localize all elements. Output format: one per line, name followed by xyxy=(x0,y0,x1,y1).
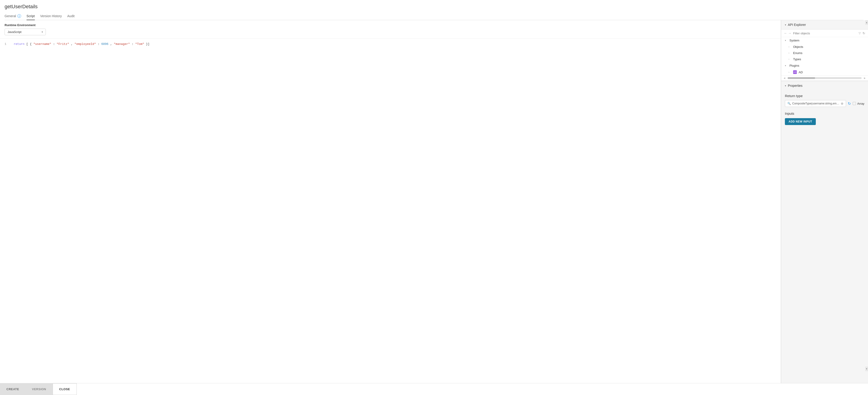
tab-audit[interactable]: Audit xyxy=(67,12,75,20)
properties-label: Properties xyxy=(788,84,803,88)
api-explorer-header[interactable]: ▾ API Explorer xyxy=(781,20,868,29)
collapse-icon: ▾ xyxy=(785,24,786,26)
keyword-return: return xyxy=(14,42,25,46)
enums-expand-icon: › xyxy=(788,52,791,54)
main-content: Runtime Environment JavaScript ▾ 1 retur… xyxy=(0,20,868,383)
properties-header[interactable]: ▾ Properties xyxy=(781,81,868,90)
code-content: return [ { "username" : "Fritz" , "emplo… xyxy=(14,42,150,46)
api-tree[interactable]: ▾ System › Objects › Enums › xyxy=(781,37,868,75)
return-type-label: Return type xyxy=(785,94,864,98)
create-button[interactable]: CREATE xyxy=(0,383,25,395)
tab-script-label: Script xyxy=(27,14,35,18)
tab-version-history-label: Version History xyxy=(40,14,62,18)
clear-icon[interactable]: ⊗ xyxy=(841,102,843,105)
code-brace-open: { xyxy=(30,42,32,46)
system-label: System xyxy=(789,39,799,42)
page-header: getUserDetails General i Script Version … xyxy=(0,0,868,20)
forward-arrow-icon[interactable]: → xyxy=(788,31,791,35)
refresh-icon[interactable]: ↻ xyxy=(863,31,865,35)
code-comma-1: , xyxy=(71,42,75,46)
code-colon-1: : xyxy=(53,42,55,46)
info-icon: i xyxy=(18,14,21,18)
val-6096: 6096 xyxy=(101,42,108,46)
inputs-section: Inputs ADD NEW INPUT xyxy=(785,112,864,125)
key-manager: "manager" xyxy=(114,42,130,46)
page-title: getUserDetails xyxy=(5,4,863,10)
runtime-env-value: JavaScript xyxy=(7,30,40,34)
return-type-value: CompositeType(username:string,employeeId… xyxy=(792,102,839,105)
types-label: Types xyxy=(793,58,801,61)
nav-arrows: ← → xyxy=(784,31,791,35)
tab-bar: General i Script Version History Audit xyxy=(5,12,863,20)
array-checkbox[interactable] xyxy=(852,102,856,105)
return-type-input[interactable]: 🔍 CompositeType(username:string,employee… xyxy=(785,100,846,107)
code-colon-2: : xyxy=(98,42,100,46)
inputs-label: Inputs xyxy=(785,112,864,115)
runtime-env-select[interactable]: JavaScript ▾ xyxy=(5,29,46,35)
add-new-input-button[interactable]: ADD NEW INPUT xyxy=(785,118,816,125)
runtime-env-section: Runtime Environment JavaScript ▾ xyxy=(0,20,781,39)
close-button[interactable]: CLOSE xyxy=(53,383,77,395)
properties-collapse-icon: ▾ xyxy=(785,85,786,87)
tree-item-types[interactable]: › Types xyxy=(781,56,868,62)
tab-script[interactable]: Script xyxy=(27,12,35,20)
ad-plugin-icon: AD xyxy=(793,70,797,74)
scroll-top-button[interactable]: ▲ xyxy=(865,20,868,25)
val-tom: "Tom" xyxy=(135,42,144,46)
enums-label: Enums xyxy=(793,51,802,55)
chevron-down-icon: ▾ xyxy=(42,31,43,33)
code-close: }] xyxy=(146,42,150,46)
code-line-1: 1 return [ { "username" : "Fritz" , "emp… xyxy=(5,42,776,46)
scroll-right-icon[interactable]: ► xyxy=(862,76,868,80)
ad-label: AD xyxy=(799,70,803,74)
tree-plugins-header[interactable]: ▾ Plugins xyxy=(781,62,868,69)
array-checkbox-row: Array xyxy=(852,102,864,105)
key-employeeid: "employeeId" xyxy=(74,42,96,46)
api-explorer-section: ▾ API Explorer ← → ▽ ↻ xyxy=(781,20,868,81)
properties-section: ▾ Properties Return type 🔍 CompositeType… xyxy=(781,81,868,383)
properties-content: Return type 🔍 CompositeType(username:str… xyxy=(781,90,868,129)
bottom-bar: CREATE VERSION CLOSE xyxy=(0,383,868,395)
filter-icon: ▽ xyxy=(859,32,861,35)
code-editor[interactable]: 1 return [ { "username" : "Fritz" , "emp… xyxy=(0,39,781,383)
tab-general[interactable]: General i xyxy=(5,12,21,20)
tab-version-history[interactable]: Version History xyxy=(40,12,62,20)
tab-audit-label: Audit xyxy=(67,14,75,18)
tree-item-ad[interactable]: › AD AD xyxy=(781,69,868,75)
objects-label: Objects xyxy=(793,45,803,49)
code-comma-2: , xyxy=(110,42,112,46)
api-explorer-content: ← → ▽ ↻ ▾ System › xyxy=(781,29,868,81)
horizontal-scrollbar-thumb[interactable] xyxy=(787,77,815,79)
plugins-label: Plugins xyxy=(789,64,799,67)
search-icon: 🔍 xyxy=(787,102,791,105)
objects-expand-icon: › xyxy=(788,45,791,48)
tree-system-header[interactable]: ▾ System xyxy=(781,37,868,44)
right-panel: ▲ ▾ API Explorer ← → ▽ ↻ xyxy=(781,20,868,383)
ad-expand-icon: › xyxy=(788,71,791,73)
version-button[interactable]: VERSION xyxy=(25,383,53,395)
tree-item-enums[interactable]: › Enums xyxy=(781,50,868,56)
api-filter-row: ← → ▽ ↻ xyxy=(781,30,868,37)
scroll-left-icon[interactable]: ◄ xyxy=(781,76,787,80)
filter-input[interactable] xyxy=(793,32,857,35)
line-number: 1 xyxy=(5,42,9,46)
types-expand-icon: › xyxy=(788,58,791,60)
scroll-bottom-button[interactable]: ▼ xyxy=(865,367,868,371)
plugins-expand-icon: ▾ xyxy=(785,64,787,67)
tree-item-objects[interactable]: › Objects xyxy=(781,44,868,50)
tab-general-label: General xyxy=(5,14,16,18)
back-arrow-icon[interactable]: ← xyxy=(784,31,787,35)
array-label: Array xyxy=(857,102,864,105)
api-explorer-label: API Explorer xyxy=(788,23,806,27)
left-panel: Runtime Environment JavaScript ▾ 1 retur… xyxy=(0,20,781,383)
val-fritz: "Fritz" xyxy=(57,42,69,46)
runtime-env-label: Runtime Environment xyxy=(5,23,776,27)
right-panel-inner: ▲ ▾ API Explorer ← → ▽ ↻ xyxy=(781,20,868,383)
system-expand-icon: ▾ xyxy=(785,39,787,42)
reload-icon[interactable]: ↻ xyxy=(848,101,851,106)
key-username: "username" xyxy=(33,42,51,46)
return-type-input-row: 🔍 CompositeType(username:string,employee… xyxy=(785,100,864,107)
code-colon-3: : xyxy=(132,42,133,46)
code-bracket-open: [ xyxy=(26,42,28,46)
